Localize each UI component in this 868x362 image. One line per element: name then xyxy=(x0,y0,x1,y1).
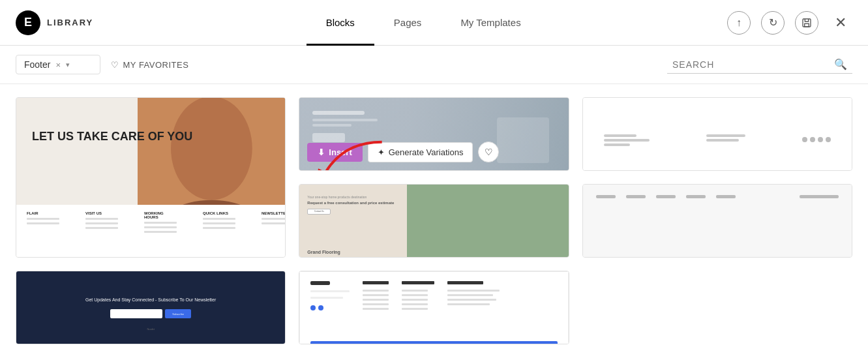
template-card-1[interactable]: ⬇ Insert ✦ Generate Variations ♡ xyxy=(299,97,569,171)
template-card-2[interactable] xyxy=(582,97,852,171)
toolbar: Footer × ▾ ♡ MY FAVORITES 🔍 xyxy=(0,46,868,84)
card-7-preview xyxy=(299,271,568,344)
save-button[interactable] xyxy=(795,11,818,35)
template-card-7[interactable] xyxy=(299,271,569,344)
card-7-cols xyxy=(310,281,557,336)
template-card-4[interactable]: Your one-stop home products destination … xyxy=(299,184,569,258)
card-5-preview: Get Updates And Stay Connected - Subscri… xyxy=(16,271,285,344)
close-button[interactable]: ✕ xyxy=(829,11,852,35)
upload-button[interactable]: ↑ xyxy=(727,11,751,35)
search-icon: 🔍 xyxy=(834,58,847,70)
template-grid: ⬇ Insert ✦ Generate Variations ♡ xyxy=(0,84,868,357)
favorite-button-card1[interactable]: ♡ xyxy=(478,142,499,162)
card-3-preview xyxy=(583,185,852,258)
search-area: 🔍 xyxy=(667,55,852,74)
svg-rect-0 xyxy=(803,19,811,27)
card-1-actions: ⬇ Insert ✦ Generate Variations ♡ xyxy=(307,142,499,162)
generate-variations-button[interactable]: ✦ Generate Variations xyxy=(368,142,473,162)
card-6-preview: LET US TAKE CARE OF YOU FLAIR VISIT US W… xyxy=(16,98,285,257)
template-card-6[interactable]: LET US TAKE CARE OF YOU FLAIR VISIT US W… xyxy=(16,97,286,258)
header-actions: ↑ ↻ ✕ xyxy=(727,11,852,35)
nav-tabs: Blocks Pages My Templates xyxy=(119,0,727,46)
template-card-5[interactable]: Get Updates And Stay Connected - Subscri… xyxy=(16,271,286,344)
tab-pages[interactable]: Pages xyxy=(374,0,441,46)
card-2-preview xyxy=(583,98,852,171)
heart-icon: ♡ xyxy=(485,147,493,157)
category-filter-dropdown[interactable]: Footer × ▾ xyxy=(16,55,100,74)
header: E LIBRARY Blocks Pages My Templates ↑ ↻ … xyxy=(0,0,868,46)
insert-button[interactable]: ⬇ Insert xyxy=(307,143,362,162)
sparkle-icon: ✦ xyxy=(378,147,385,157)
insert-icon: ⬇ xyxy=(318,147,325,157)
library-title: LIBRARY xyxy=(47,18,93,27)
filter-label: Footer xyxy=(24,59,50,70)
tab-my-templates[interactable]: My Templates xyxy=(441,0,540,46)
card-4-preview: Your one-stop home products destination … xyxy=(299,185,568,258)
template-card-3[interactable] xyxy=(582,184,852,258)
card-5-title: Get Updates And Stay Connected - Subscri… xyxy=(85,297,216,303)
card-7-blue-bar xyxy=(310,341,557,344)
svg-rect-1 xyxy=(805,23,809,27)
card-4-content: Your one-stop home products destination … xyxy=(307,195,441,215)
card-6-nav: FLAIR VISIT US WORKING HOURS xyxy=(16,205,285,257)
card-6-headline: LET US TAKE CARE OF YOU xyxy=(32,130,192,143)
logo-area: E LIBRARY xyxy=(16,10,93,35)
card-5-cta: Subscribe xyxy=(110,309,191,318)
tab-blocks[interactable]: Blocks xyxy=(307,0,374,46)
my-favorites-button[interactable]: ♡ MY FAVORITES xyxy=(111,60,188,70)
card-4-brand: Grand Flooring xyxy=(307,250,359,258)
svg-point-4 xyxy=(171,98,252,200)
filter-chevron-icon: ▾ xyxy=(66,61,70,69)
search-input[interactable] xyxy=(672,59,829,70)
heart-icon: ♡ xyxy=(111,60,119,70)
filter-clear-button[interactable]: × xyxy=(55,60,61,70)
sync-button[interactable]: ↻ xyxy=(761,11,785,35)
elementor-logo-icon: E xyxy=(16,10,40,35)
